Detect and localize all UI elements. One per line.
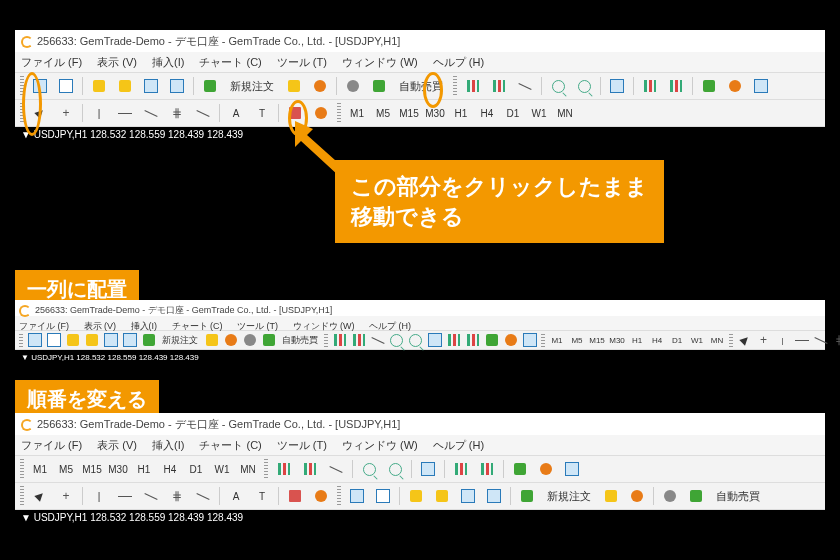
- arrows-button[interactable]: [283, 101, 307, 125]
- tester-button[interactable]: [165, 74, 189, 98]
- profiles-button[interactable]: [54, 74, 78, 98]
- tf-m1[interactable]: M1: [548, 333, 566, 348]
- channel-button[interactable]: ⋕: [165, 101, 189, 125]
- cursor-button[interactable]: [28, 484, 52, 508]
- new-chart-button[interactable]: [28, 74, 52, 98]
- new-order-icon[interactable]: [140, 332, 157, 349]
- period-button[interactable]: [502, 332, 519, 349]
- metaeditor-button[interactable]: [599, 484, 623, 508]
- menu-insert[interactable]: 挿入(I): [131, 321, 158, 331]
- menu-view[interactable]: 表示 (V): [97, 56, 137, 68]
- expert-button[interactable]: [241, 332, 258, 349]
- vline-button[interactable]: |: [774, 332, 791, 349]
- tf-w1[interactable]: W1: [210, 459, 234, 479]
- menu-view[interactable]: 表示 (V): [97, 439, 137, 451]
- indicator-button[interactable]: [483, 332, 500, 349]
- grip-icon[interactable]: [20, 103, 24, 123]
- candle-chart-button[interactable]: [298, 457, 322, 481]
- tf-d1[interactable]: D1: [501, 103, 525, 123]
- line-chart-button[interactable]: [369, 332, 386, 349]
- tf-m1[interactable]: M1: [345, 103, 369, 123]
- period-button[interactable]: [723, 74, 747, 98]
- bar-chart-button[interactable]: [331, 332, 348, 349]
- autotrade-icon[interactable]: [367, 74, 391, 98]
- tf-h1[interactable]: H1: [628, 333, 646, 348]
- menu-window[interactable]: ウィンドウ (W): [342, 56, 418, 68]
- grip-icon[interactable]: [19, 334, 23, 347]
- indicator-button[interactable]: [508, 457, 532, 481]
- grip-icon[interactable]: [324, 334, 328, 347]
- menu-chart[interactable]: チャート (C): [199, 56, 261, 68]
- autotrade-button[interactable]: 自動売買: [710, 485, 766, 507]
- zoom-out-button[interactable]: [383, 457, 407, 481]
- autotrade-button[interactable]: 自動売買: [279, 333, 321, 348]
- tf-d1[interactable]: D1: [668, 333, 686, 348]
- bar-chart-button[interactable]: [272, 457, 296, 481]
- line-chart-button[interactable]: [513, 74, 537, 98]
- hline-button[interactable]: [113, 101, 137, 125]
- zoom-in-button[interactable]: [546, 74, 570, 98]
- options-button[interactable]: [625, 484, 649, 508]
- shift-button[interactable]: [449, 457, 473, 481]
- line-chart-button[interactable]: [324, 457, 348, 481]
- tf-m30[interactable]: M30: [608, 333, 626, 348]
- new-order-button[interactable]: 新規注文: [159, 333, 201, 348]
- tf-h1[interactable]: H1: [132, 459, 156, 479]
- menu-chart[interactable]: チャート (C): [172, 321, 223, 331]
- tile-button[interactable]: [426, 332, 443, 349]
- grip-icon[interactable]: [337, 486, 341, 506]
- new-chart-button[interactable]: [345, 484, 369, 508]
- channel-button[interactable]: ⋕: [831, 332, 840, 349]
- profiles-button[interactable]: [45, 332, 62, 349]
- navigator-button[interactable]: [113, 74, 137, 98]
- indicator-button[interactable]: [697, 74, 721, 98]
- tf-m15[interactable]: M15: [80, 459, 104, 479]
- tile-button[interactable]: [605, 74, 629, 98]
- tf-m1[interactable]: M1: [28, 459, 52, 479]
- tester-button[interactable]: [482, 484, 506, 508]
- expert-button[interactable]: [341, 74, 365, 98]
- candle-chart-button[interactable]: [350, 332, 367, 349]
- tf-h4[interactable]: H4: [158, 459, 182, 479]
- tile-button[interactable]: [416, 457, 440, 481]
- fibo-button[interactable]: [191, 101, 215, 125]
- navigator-button[interactable]: [83, 332, 100, 349]
- hline-button[interactable]: [793, 332, 810, 349]
- menu-view[interactable]: 表示 (V): [84, 321, 117, 331]
- expert-button[interactable]: [658, 484, 682, 508]
- channel-button[interactable]: ⋕: [165, 484, 189, 508]
- label-button[interactable]: T: [250, 484, 274, 508]
- tf-m5[interactable]: M5: [54, 459, 78, 479]
- new-order-icon[interactable]: [198, 74, 222, 98]
- profiles-button[interactable]: [371, 484, 395, 508]
- tf-h4[interactable]: H4: [648, 333, 666, 348]
- tf-m15[interactable]: M15: [397, 103, 421, 123]
- tf-mn[interactable]: MN: [708, 333, 726, 348]
- template-button[interactable]: [749, 74, 773, 98]
- zoom-in-button[interactable]: [388, 332, 405, 349]
- crosshair-button[interactable]: +: [54, 101, 78, 125]
- text-button[interactable]: A: [224, 101, 248, 125]
- tf-mn[interactable]: MN: [236, 459, 260, 479]
- tf-mn[interactable]: MN: [553, 103, 577, 123]
- grip-icon[interactable]: [541, 334, 545, 347]
- zoom-out-button[interactable]: [572, 74, 596, 98]
- menu-file[interactable]: ファイル (F): [19, 321, 69, 331]
- trendline-button[interactable]: [139, 484, 163, 508]
- autoscroll-button[interactable]: [664, 74, 688, 98]
- options-button[interactable]: [222, 332, 239, 349]
- menu-insert[interactable]: 挿入(I): [152, 56, 184, 68]
- cursor-button[interactable]: [28, 101, 52, 125]
- crosshair-button[interactable]: +: [54, 484, 78, 508]
- new-order-icon[interactable]: [515, 484, 539, 508]
- navigator-button[interactable]: [430, 484, 454, 508]
- tf-m5[interactable]: M5: [371, 103, 395, 123]
- new-order-button[interactable]: 新規注文: [541, 485, 597, 507]
- new-chart-button[interactable]: [26, 332, 43, 349]
- zoom-in-button[interactable]: [357, 457, 381, 481]
- tf-m30[interactable]: M30: [423, 103, 447, 123]
- menu-tool[interactable]: ツール (T): [277, 439, 327, 451]
- market-watch-button[interactable]: [64, 332, 81, 349]
- menu-window[interactable]: ウィンドウ (W): [293, 321, 355, 331]
- terminal-button[interactable]: [102, 332, 119, 349]
